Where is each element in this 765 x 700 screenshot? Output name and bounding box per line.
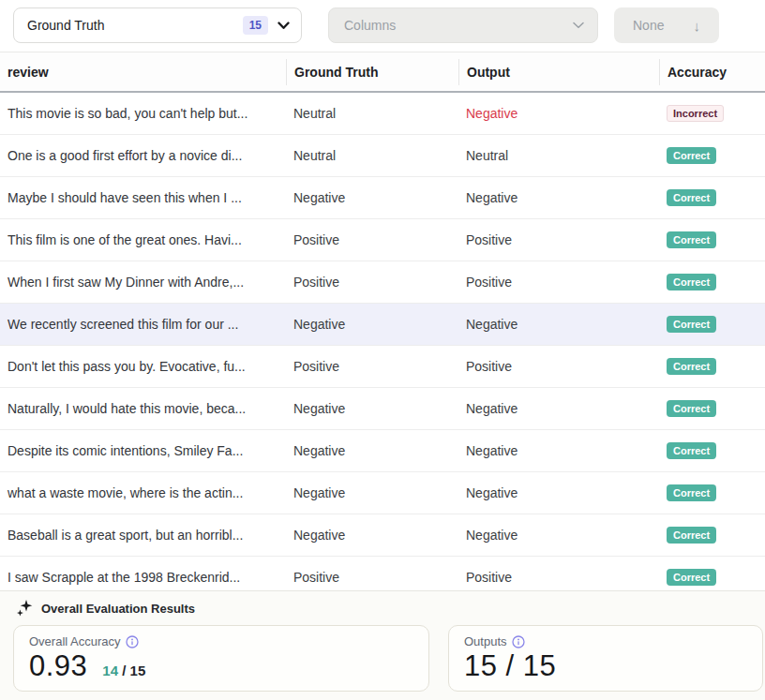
correct-badge: Correct — [667, 484, 716, 501]
ground-truth-cell: Negative — [286, 485, 458, 500]
correct-badge: Correct — [667, 147, 716, 164]
ground-truth-cell: Positive — [286, 232, 458, 247]
column-header-ground-truth[interactable]: Ground Truth — [286, 59, 458, 85]
ground-truth-cell: Negative — [286, 401, 458, 416]
ground-truth-cell: Negative — [286, 443, 458, 458]
table-row[interactable]: When I first saw My Dinner with Andre,..… — [0, 261, 765, 304]
output-cell: Negative — [458, 106, 659, 121]
review-cell: This movie is so bad, you can't help but… — [0, 106, 286, 121]
ground-truth-cell: Neutral — [286, 148, 458, 163]
column-header-output[interactable]: Output — [458, 59, 659, 85]
output-cell: Negative — [458, 485, 659, 500]
table-row[interactable]: Baseball is a great sport, but an horrib… — [0, 514, 765, 557]
review-cell: We recently screened this film for our .… — [0, 317, 286, 332]
overall-results-panel: Overall Evaluation Results Overall Accur… — [0, 590, 765, 700]
sparkles-icon — [17, 600, 33, 617]
ground-truth-cell: Positive — [286, 275, 458, 290]
accuracy-cell: Correct — [659, 569, 765, 586]
ground-truth-cell: Negative — [286, 317, 458, 332]
output-cell: Positive — [458, 359, 659, 374]
table-row[interactable]: This film is one of the great ones. Havi… — [0, 219, 765, 261]
ground-truth-cell: Positive — [286, 570, 458, 585]
results-table: review Ground Truth Output Accuracy This… — [0, 52, 765, 599]
accuracy-cell: Correct — [659, 147, 765, 164]
table-header-row: review Ground Truth Output Accuracy — [0, 52, 765, 93]
ground-truth-cell: Positive — [286, 359, 458, 374]
review-cell: Don't let this pass you by. Evocative, f… — [0, 359, 286, 374]
review-cell: what a waste movie, where is the actin..… — [0, 485, 286, 500]
table-row[interactable]: Despite its comic intentions, Smiley Fa.… — [0, 430, 765, 472]
output-cell: Positive — [458, 275, 659, 290]
columns-select-placeholder: Columns — [344, 18, 573, 33]
review-cell: Baseball is a great sport, but an horrib… — [0, 528, 286, 543]
ground-truth-select[interactable]: Ground Truth 15 — [13, 7, 302, 43]
ground-truth-cell: Negative — [286, 190, 458, 205]
accuracy-cell: Correct — [659, 316, 765, 333]
outputs-value: 15 / 15 — [464, 651, 556, 682]
table-row[interactable]: Don't let this pass you by. Evocative, f… — [0, 346, 765, 388]
table-row[interactable]: One is a good first effort by a novice d… — [0, 135, 765, 177]
correct-badge: Correct — [667, 358, 716, 375]
arrow-down-icon: ↓ — [694, 18, 701, 34]
chevron-down-icon — [573, 22, 584, 29]
output-cell: Negative — [458, 190, 659, 205]
info-icon[interactable] — [512, 635, 525, 648]
overall-accuracy-card: Overall Accuracy 0.93 14 / 15 — [13, 625, 429, 692]
review-cell: I saw Scrapple at the 1998 Breckenrid... — [0, 570, 286, 585]
accuracy-cell: Correct — [659, 442, 765, 459]
accuracy-cell: Correct — [659, 527, 765, 544]
review-cell: One is a good first effort by a novice d… — [0, 148, 286, 163]
toolbar: Ground Truth 15 Columns None ↓ — [0, 0, 765, 52]
accuracy-cell: Correct — [659, 484, 765, 501]
evaluation-results-view: Ground Truth 15 Columns None ↓ review Gr… — [0, 0, 765, 700]
correct-badge: Correct — [667, 442, 716, 459]
accuracy-fraction: 14 / 15 — [102, 663, 145, 678]
review-cell: Maybe I should have seen this when I ... — [0, 190, 286, 205]
review-cell: When I first saw My Dinner with Andre,..… — [0, 275, 286, 290]
columns-select[interactable]: Columns — [328, 7, 598, 43]
review-cell: Naturally, I would hate this movie, beca… — [0, 401, 286, 416]
review-cell: This film is one of the great ones. Havi… — [0, 232, 286, 247]
incorrect-badge: Incorrect — [667, 105, 724, 122]
accuracy-cell: Incorrect — [659, 105, 765, 122]
ground-truth-cell: Negative — [286, 528, 458, 543]
table-row[interactable]: Naturally, I would hate this movie, beca… — [0, 388, 765, 430]
output-cell: Negative — [458, 317, 659, 332]
sort-button[interactable]: None ↓ — [614, 7, 719, 43]
review-cell: Despite its comic intentions, Smiley Fa.… — [0, 443, 286, 458]
info-icon[interactable] — [126, 635, 139, 648]
accuracy-cell: Correct — [659, 274, 765, 290]
accuracy-cell: Correct — [659, 189, 765, 206]
accuracy-cell: Correct — [659, 231, 765, 248]
table-row[interactable]: Maybe I should have seen this when I ...… — [0, 177, 765, 219]
overall-results-title-text: Overall Evaluation Results — [41, 602, 195, 616]
correct-badge: Correct — [667, 274, 716, 290]
sort-button-label: None — [633, 18, 664, 33]
table-row[interactable]: what a waste movie, where is the actin..… — [0, 472, 765, 514]
overall-accuracy-label: Overall Accuracy — [29, 634, 121, 648]
chevron-down-icon — [278, 22, 290, 30]
accuracy-cell: Correct — [659, 400, 765, 417]
table-row[interactable]: This movie is so bad, you can't help but… — [0, 93, 765, 135]
overall-accuracy-value: 0.93 — [29, 651, 87, 682]
correct-badge: Correct — [667, 189, 716, 206]
outputs-label: Outputs — [464, 634, 507, 648]
output-cell: Positive — [458, 232, 659, 247]
table-row-highlighted[interactable]: We recently screened this film for our .… — [0, 304, 765, 346]
ground-truth-select-label: Ground Truth — [27, 18, 243, 33]
output-cell: Positive — [458, 570, 659, 585]
overall-results-title: Overall Evaluation Results — [0, 591, 765, 617]
column-header-review[interactable]: review — [0, 59, 286, 85]
row-count-badge: 15 — [243, 16, 268, 35]
correct-badge: Correct — [667, 316, 716, 333]
ground-truth-cell: Neutral — [286, 106, 458, 121]
outputs-card: Outputs 15 / 15 — [448, 625, 763, 692]
column-header-accuracy[interactable]: Accuracy — [659, 59, 765, 85]
output-cell: Negative — [458, 401, 659, 416]
accuracy-cell: Correct — [659, 358, 765, 375]
correct-badge: Correct — [667, 400, 716, 417]
output-cell: Negative — [458, 528, 659, 543]
output-cell: Neutral — [458, 148, 659, 163]
output-cell: Negative — [458, 443, 659, 458]
correct-badge: Correct — [667, 231, 716, 248]
